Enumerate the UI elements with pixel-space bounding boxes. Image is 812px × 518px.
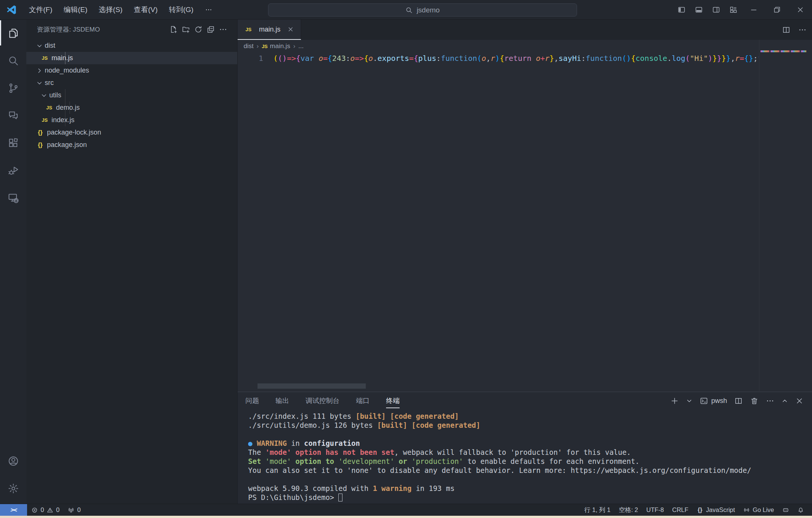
status-go-live-label: Go Live	[753, 506, 774, 513]
maximize-panel-button[interactable]	[782, 398, 788, 404]
code-token: =	[409, 54, 414, 63]
breadcrumb-item--[interactable]: ...	[298, 42, 304, 50]
menu-more[interactable]	[199, 3, 218, 17]
status-indentation[interactable]: 空格: 2	[615, 504, 642, 516]
more-actions-button[interactable]	[766, 397, 774, 405]
activity-accounts[interactable]	[0, 447, 26, 475]
status-language-mode[interactable]: {}JavaScript	[692, 504, 739, 516]
tab-debug-console[interactable]: 调试控制台	[306, 392, 339, 409]
kill-terminal-button[interactable]	[750, 397, 759, 405]
tree-item-src[interactable]: src	[26, 77, 237, 89]
status-cursor-position[interactable]: 行 1, 列 1	[580, 504, 615, 516]
tree-item-node-modules[interactable]: node_modules	[26, 64, 237, 77]
terminal-line: The 'mode' option has not been set, webp…	[248, 448, 808, 457]
tree-item-utils[interactable]: utils	[26, 89, 237, 101]
close-tab-icon[interactable]	[287, 26, 294, 33]
terminal-text: ●	[248, 439, 257, 447]
tree-item-package-json[interactable]: {}package.json	[26, 139, 237, 151]
tree-item-demo-js[interactable]: JSdemo.js	[26, 101, 237, 114]
toggle-panel-button[interactable]	[690, 0, 707, 20]
source-control-icon	[8, 82, 19, 94]
more-actions-button[interactable]	[798, 26, 807, 34]
status-copilot[interactable]	[778, 504, 793, 516]
status-eol-sequence[interactable]: CRLF	[668, 504, 692, 516]
terminal-cursor	[338, 494, 342, 501]
split-terminal-button[interactable]	[734, 397, 743, 405]
code-token: o	[318, 54, 323, 63]
activity-chat[interactable]	[0, 102, 26, 129]
indent-guide	[65, 52, 65, 64]
code-token: {	[500, 54, 504, 63]
terminal-text: [code generated]	[390, 412, 459, 420]
code-editor[interactable]: 1 (()=>{var o={243:o=>{o.exports={plus:f…	[238, 53, 759, 64]
code-token: }	[717, 54, 721, 63]
minimize-button[interactable]	[742, 0, 765, 20]
status-encoding[interactable]: UTF-8	[642, 504, 668, 516]
menu-file[interactable]: 文件(F)	[23, 3, 58, 17]
code-token: {	[631, 54, 635, 63]
tab-ports[interactable]: 端口	[356, 392, 370, 409]
tree-item-package-lock-json[interactable]: {}package-lock.json	[26, 126, 237, 139]
tree-item-dist[interactable]: dist	[26, 39, 237, 52]
split-icon	[734, 397, 743, 405]
command-center-search[interactable]: jsdemo	[268, 3, 577, 17]
status-remote-indicator[interactable]: ><	[0, 504, 27, 516]
status-notifications[interactable]	[793, 504, 808, 516]
tab-terminal[interactable]: 终端	[386, 392, 400, 409]
close-icon	[795, 397, 804, 405]
split-editor-button[interactable]	[782, 26, 791, 34]
tab-output[interactable]: 输出	[276, 392, 289, 409]
more-icon	[766, 397, 774, 405]
activity-run-and-debug[interactable]	[0, 157, 26, 184]
tree-item-main-js[interactable]: JSmain.js	[26, 52, 237, 64]
toggle-sidebar-button[interactable]	[673, 0, 690, 20]
close-button[interactable]	[789, 0, 812, 20]
editor-tab-bar: JS main.js	[238, 20, 812, 40]
new-folder-button[interactable]	[182, 25, 190, 34]
restore-icon	[773, 6, 781, 14]
menu-edit[interactable]: 编辑(E)	[58, 3, 93, 17]
new-terminal-button[interactable]	[670, 397, 679, 405]
new-file-button[interactable]	[169, 25, 178, 34]
terminal-text: 1 warning	[373, 484, 412, 492]
terminal-output[interactable]: ./src/index.js 111 bytes [built] [code g…	[248, 412, 808, 502]
line-number: 1	[238, 53, 273, 64]
terminal-line: webpack 5.90.3 compiled with 1 warning i…	[248, 484, 808, 493]
terminal-line: You can also set it to 'none' to disable…	[248, 466, 808, 475]
activity-settings[interactable]	[0, 475, 26, 502]
tab-main-js[interactable]: JS main.js	[238, 20, 301, 40]
tree-item-index-js[interactable]: JSindex.js	[26, 114, 237, 126]
menu-goto[interactable]: 转到(G)	[163, 3, 199, 17]
menu-view[interactable]: 查看(V)	[128, 3, 163, 17]
customize-layout-button[interactable]	[725, 0, 742, 20]
minimap[interactable]	[760, 50, 806, 52]
breadcrumb-item-dist[interactable]: dist	[244, 42, 253, 50]
restore-button[interactable]	[765, 0, 789, 20]
horizontal-scrollbar[interactable]	[258, 383, 366, 389]
terminal-profile-dropdown[interactable]	[686, 398, 692, 404]
breadcrumb-separator: ›	[256, 42, 259, 50]
status-problems[interactable]: 00	[27, 504, 64, 516]
terminal-instance-pwsh[interactable]: pwsh	[700, 397, 727, 405]
status-go-live[interactable]: Go Live	[739, 504, 778, 516]
toggle-secondary-sidebar-button[interactable]	[707, 0, 725, 20]
status-ports-forwarded[interactable]: 0	[64, 504, 85, 516]
activity-search[interactable]	[0, 47, 26, 74]
tab-problems[interactable]: 问题	[245, 392, 259, 409]
activity-explorer[interactable]	[0, 20, 26, 47]
refresh-explorer-button[interactable]	[194, 25, 203, 34]
code-token: var	[300, 54, 318, 63]
tree-item-label: dist	[45, 42, 55, 50]
json-file-icon: {}	[36, 142, 44, 148]
minimize-icon	[750, 6, 758, 14]
code-token: )	[282, 54, 287, 63]
activity-source-control[interactable]	[0, 74, 26, 102]
terminal-icon	[700, 397, 708, 405]
close-panel-button[interactable]	[795, 397, 804, 405]
more-actions-button[interactable]	[219, 25, 227, 34]
menu-selection[interactable]: 选择(S)	[93, 3, 128, 17]
breadcrumb-item-main-js[interactable]: JSmain.js	[262, 42, 290, 50]
activity-extensions[interactable]	[0, 129, 26, 157]
collapse-folders-button[interactable]	[206, 25, 215, 34]
activity-remote-explorer[interactable]	[0, 184, 26, 212]
